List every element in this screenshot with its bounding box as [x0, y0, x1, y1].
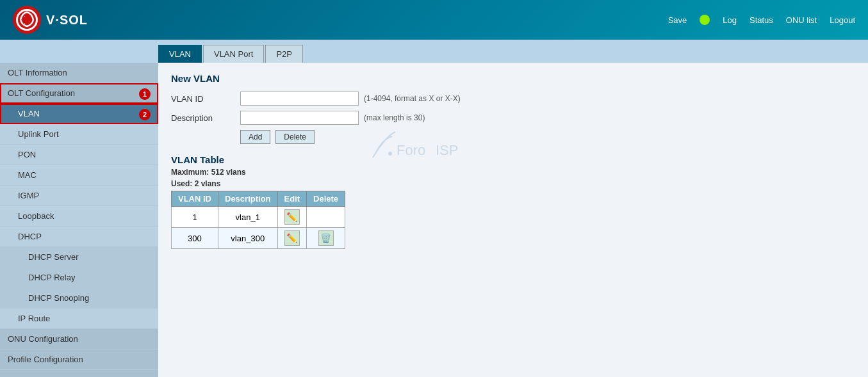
- max-vlans: Maximum: 512 vlans: [171, 168, 855, 177]
- sidebar-item-dhcp-snooping[interactable]: DHCP Snooping: [0, 288, 158, 309]
- table-row: 1vlan_1✏️: [172, 207, 345, 228]
- vlan-id-cell: 300: [172, 228, 218, 249]
- logo-icon: [13, 6, 41, 34]
- main-layout: OLT Information OLT Configuration 1 VLAN…: [0, 63, 868, 377]
- sidebar-item-onu-configuration[interactable]: ONU Configuration: [0, 329, 158, 349]
- sidebar-item-olt-information[interactable]: OLT Information: [0, 63, 158, 83]
- vlan-id-label: VLAN ID: [171, 94, 235, 104]
- description-cell: vlan_300: [218, 228, 278, 249]
- sidebar-item-system-configuration[interactable]: System Configuration: [0, 370, 158, 377]
- table-row: 300vlan_300✏️🗑️: [172, 228, 345, 249]
- sidebar-item-dhcp-server[interactable]: DHCP Server: [0, 247, 158, 268]
- tab-vlan[interactable]: VLAN: [158, 45, 202, 63]
- sidebar-item-dhcp[interactable]: DHCP: [0, 227, 158, 247]
- onu-list-link[interactable]: ONU list: [786, 15, 817, 25]
- sidebar-item-olt-configuration[interactable]: OLT Configuration 1: [0, 83, 158, 104]
- vlan-id-cell: 1: [172, 207, 218, 228]
- logo-text: V·SOL: [46, 13, 88, 28]
- header: V·SOL Save Log Status ONU list Logout: [0, 0, 868, 40]
- vlan-badge: 2: [139, 109, 151, 120]
- vlan-table: VLAN ID Description Edit Delete 1vlan_1✏…: [171, 191, 345, 249]
- tab-p2p[interactable]: P2P: [265, 45, 303, 63]
- edit-cell: ✏️: [277, 228, 307, 249]
- logo-area: V·SOL: [13, 6, 171, 34]
- description-input[interactable]: [240, 111, 359, 125]
- description-cell: vlan_1: [218, 207, 278, 228]
- used-vlans: Used: 2 vlans: [171, 179, 855, 188]
- content: New VLAN VLAN ID (1-4094, format as X or…: [158, 63, 868, 377]
- description-row: Description (max length is 30): [171, 111, 855, 125]
- log-link[interactable]: Log: [723, 15, 737, 25]
- sidebar-item-mac[interactable]: MAC: [0, 165, 158, 186]
- new-vlan-title: New VLAN: [171, 73, 855, 84]
- svg-point-0: [14, 7, 40, 33]
- add-button[interactable]: Add: [240, 130, 270, 144]
- delete-cell: 🗑️: [307, 228, 345, 249]
- col-description: Description: [218, 191, 278, 207]
- tab-bar: VLAN VLAN Port P2P: [0, 40, 868, 63]
- vlan-table-title: VLAN Table: [171, 154, 855, 165]
- delete-button[interactable]: Delete: [275, 130, 315, 144]
- vlan-id-row: VLAN ID (1-4094, format as X or X-X): [171, 92, 855, 106]
- sidebar-item-pon[interactable]: PON: [0, 145, 158, 165]
- description-label: Description: [171, 113, 235, 123]
- sidebar-item-igmp[interactable]: IGMP: [0, 186, 158, 206]
- tab-vlan-port[interactable]: VLAN Port: [203, 45, 264, 63]
- save-button[interactable]: Save: [668, 15, 687, 25]
- status-link[interactable]: Status: [749, 15, 773, 25]
- col-delete: Delete: [307, 191, 345, 207]
- sidebar-item-profile-configuration[interactable]: Profile Configuration: [0, 349, 158, 370]
- sidebar-item-vlan[interactable]: VLAN 2: [0, 104, 158, 124]
- sidebar-item-dhcp-relay[interactable]: DHCP Relay: [0, 268, 158, 288]
- header-right: Save Log Status ONU list Logout: [668, 15, 855, 25]
- olt-config-badge: 1: [139, 88, 151, 100]
- edit-button[interactable]: ✏️: [284, 230, 300, 246]
- logout-link[interactable]: Logout: [830, 15, 855, 25]
- delete-cell: [307, 207, 345, 228]
- sidebar-item-uplink-port[interactable]: Uplink Port: [0, 124, 158, 145]
- col-vlan-id: VLAN ID: [172, 191, 218, 207]
- edit-button[interactable]: ✏️: [284, 209, 300, 225]
- edit-cell: ✏️: [277, 207, 307, 228]
- col-edit: Edit: [277, 191, 307, 207]
- description-hint: (max length is 30): [364, 113, 425, 122]
- delete-row-button[interactable]: 🗑️: [318, 230, 334, 246]
- sidebar-item-ip-route[interactable]: IP Route: [0, 309, 158, 329]
- status-dot: [700, 15, 710, 25]
- vlan-id-hint: (1-4094, format as X or X-X): [364, 94, 461, 103]
- action-buttons: Add Delete: [240, 130, 855, 144]
- sidebar: OLT Information OLT Configuration 1 VLAN…: [0, 63, 158, 377]
- sidebar-item-loopback[interactable]: Loopback: [0, 206, 158, 227]
- vlan-id-input[interactable]: [240, 92, 359, 106]
